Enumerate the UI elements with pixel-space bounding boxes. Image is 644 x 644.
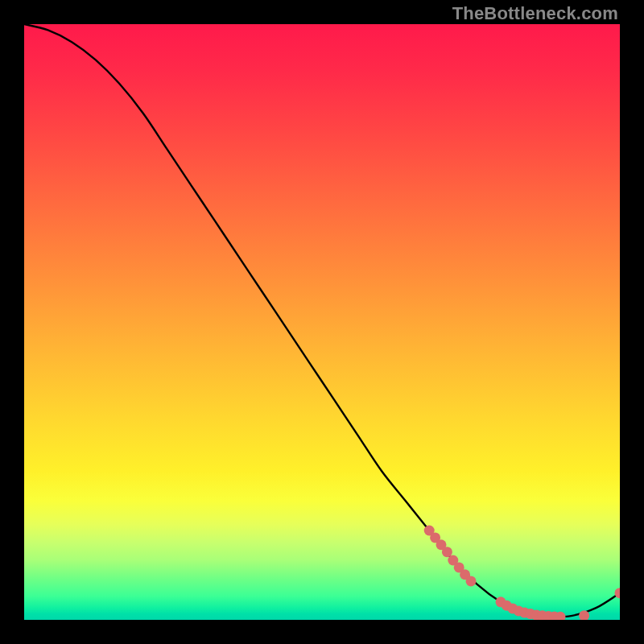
plot-area [24, 24, 620, 620]
data-point-marker [466, 576, 477, 586]
chart-frame: TheBottleneck.com [0, 0, 644, 644]
bottleneck-curve [24, 24, 620, 617]
chart-svg [24, 24, 620, 620]
watermark-text: TheBottleneck.com [452, 3, 618, 24]
